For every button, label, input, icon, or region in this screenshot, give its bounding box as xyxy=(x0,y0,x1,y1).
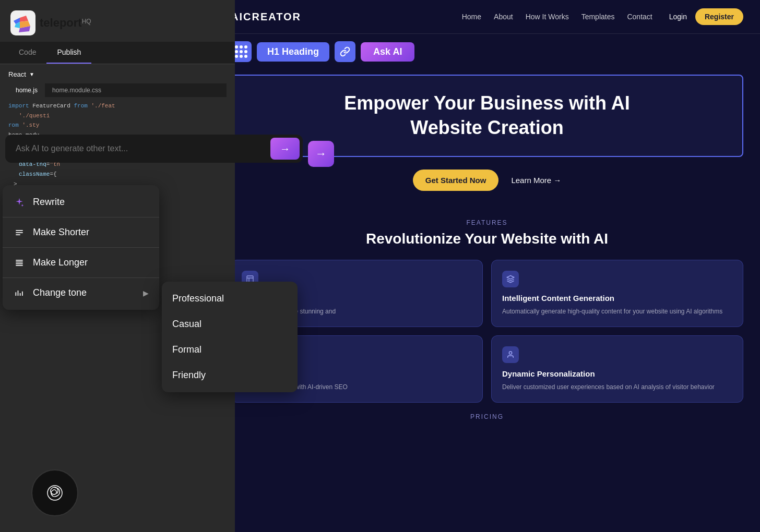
ai-input-field[interactable] xyxy=(5,135,267,163)
feature-card-1: Intelligent Content Generation Automatic… xyxy=(491,260,743,327)
editor-toolbar: H1 Heading Ask AI xyxy=(214,34,760,69)
submenu-arrow-icon: ▶ xyxy=(143,289,149,297)
hero-heading-line2: Website Creation xyxy=(410,117,563,138)
framework-dropdown-icon: ▼ xyxy=(29,71,34,77)
features-label: FEATURES xyxy=(231,219,743,226)
svg-point-2 xyxy=(509,352,512,354)
openai-circle xyxy=(31,469,78,516)
learn-more-button[interactable]: Learn More → xyxy=(511,176,561,185)
code-tab[interactable]: Code xyxy=(8,42,46,64)
teleport-icon xyxy=(10,10,35,35)
arrow-right-icon: → xyxy=(315,147,327,161)
menu-item-change-tone[interactable]: Change tone ▶ xyxy=(3,280,159,306)
tone-submenu: Professional Casual Formal Friendly xyxy=(162,282,298,392)
editor-tab-row: Code Publish xyxy=(0,42,235,64)
ai-input-box: → xyxy=(5,135,303,163)
pricing-label: PRICING xyxy=(231,413,743,426)
feature-card-3: Dynamic Personalization Deliver customiz… xyxy=(491,335,743,403)
tone-casual[interactable]: Casual xyxy=(162,311,298,337)
code-line-1: import FeatureCard from './feat xyxy=(8,101,227,111)
change-tone-label: Change tone xyxy=(33,287,87,298)
framework-label: React xyxy=(8,70,26,78)
svg-rect-0 xyxy=(247,276,253,282)
ai-send-button[interactable]: → xyxy=(270,138,300,160)
menu-item-rewrite[interactable]: Rewrite xyxy=(3,189,159,215)
publish-tab[interactable]: Publish xyxy=(46,42,91,64)
tone-formal[interactable]: Formal xyxy=(162,337,298,362)
code-line-3: rom '.sty xyxy=(8,120,227,130)
file-tabs: home.js home.module.css xyxy=(8,83,227,97)
code-line-2: './questi xyxy=(8,111,227,121)
tone-professional[interactable]: Professional xyxy=(162,286,298,311)
code-line-8: className={ xyxy=(8,170,227,179)
feature-card-desc-1: Automatically generate high-quality cont… xyxy=(502,307,732,316)
register-button[interactable]: Register xyxy=(695,8,743,25)
feature-card-title-3: Dynamic Personalization xyxy=(502,369,732,378)
nav-about[interactable]: About xyxy=(494,13,513,21)
tone-friendly[interactable]: Friendly xyxy=(162,362,298,388)
menu-divider-1 xyxy=(3,217,159,217)
aicreator-logo: AICREATOR xyxy=(231,11,301,23)
feature-icon-1 xyxy=(502,271,519,287)
ask-ai-button[interactable]: Ask AI xyxy=(361,42,414,62)
menu-item-make-shorter[interactable]: Make Shorter xyxy=(3,220,159,245)
change-tone-icon xyxy=(13,288,26,298)
framework-selector[interactable]: React ▼ xyxy=(8,70,227,78)
hero-heading: Empower Your Business with AI Website Cr… xyxy=(244,91,730,140)
openai-logo xyxy=(31,469,78,516)
make-longer-label: Make Longer xyxy=(33,257,88,268)
teleport-name: teleportHQ xyxy=(40,16,91,30)
nav-how-it-works[interactable]: How It Works xyxy=(526,13,569,21)
login-button[interactable]: Login xyxy=(669,13,687,21)
teleport-logo: teleportHQ xyxy=(10,10,91,35)
aicreator-nav: AICREATOR Home About How It Works Templa… xyxy=(214,0,760,34)
make-shorter-icon xyxy=(13,227,26,238)
get-started-button[interactable]: Get Started Now xyxy=(413,170,499,191)
link-button[interactable] xyxy=(335,41,355,62)
nav-templates[interactable]: Templates xyxy=(581,13,615,21)
file-tab-js[interactable]: home.js xyxy=(8,83,45,97)
nav-home[interactable]: Home xyxy=(462,13,481,21)
ai-input-wrapper: → xyxy=(5,135,303,163)
grid-icon xyxy=(235,45,247,58)
openai-icon xyxy=(40,478,69,507)
file-tab-css[interactable]: home.module.css xyxy=(45,83,109,97)
make-shorter-label: Make Shorter xyxy=(33,227,89,238)
h1-heading-button[interactable]: H1 Heading xyxy=(257,42,329,62)
feature-card-desc-3: Deliver customized user experiences base… xyxy=(502,382,732,392)
aicreator-website: AICREATOR Home About How It Works Templa… xyxy=(214,0,760,532)
nav-contact[interactable]: Contact xyxy=(627,13,652,21)
menu-item-make-longer[interactable]: Make Longer xyxy=(3,250,159,275)
features-grid: ite Design technology to create stunning… xyxy=(231,260,743,403)
menu-divider-3 xyxy=(3,277,159,278)
menu-divider-2 xyxy=(3,247,159,248)
rewrite-label: Rewrite xyxy=(33,197,65,208)
make-longer-icon xyxy=(13,258,26,268)
feature-card-title-1: Intelligent Content Generation xyxy=(502,294,732,303)
hero-heading-line1: Empower Your Business with AI xyxy=(344,92,630,114)
context-menu: Rewrite Make Shorter Make Longer xyxy=(3,185,159,310)
hero-cta-row: Get Started Now Learn More → xyxy=(214,170,760,191)
hero-arrow-button[interactable]: → xyxy=(308,141,334,167)
nav-links: Home About How It Works Templates Contac… xyxy=(462,13,652,21)
feature-icon-3 xyxy=(502,346,519,363)
sparkle-icon xyxy=(13,197,26,208)
features-title: Revolutionize Your Website with AI xyxy=(231,231,743,247)
send-arrow-icon: → xyxy=(280,143,290,155)
